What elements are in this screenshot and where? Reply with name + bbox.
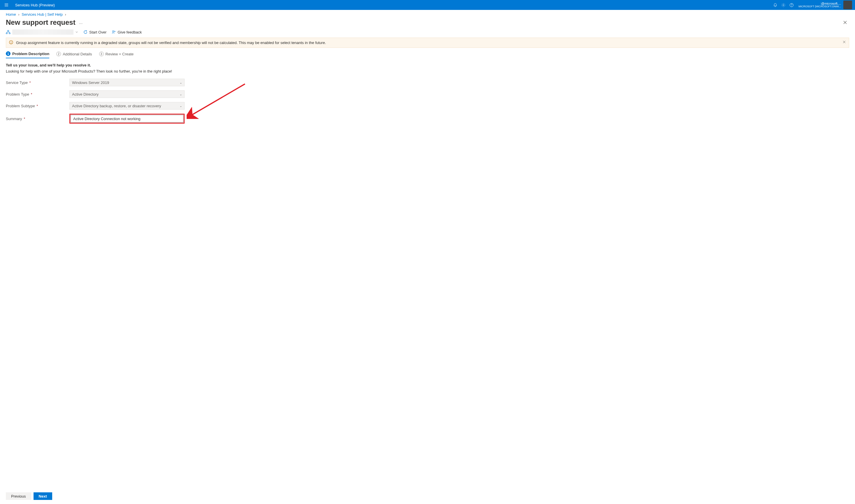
tab-problem-description[interactable]: 1 Problem Description (6, 51, 49, 58)
tab-additional-details[interactable]: 2 Additional Details (56, 51, 92, 58)
tab-label: Problem Description (12, 52, 49, 56)
hierarchy-value-redacted (12, 30, 73, 35)
breadcrumb: Home › Services Hub | Self Help › (0, 10, 855, 17)
app-title: Services Hub (Preview) (15, 3, 55, 7)
crumb-services-hub[interactable]: Services Hub | Self Help (22, 12, 63, 17)
service-type-dropdown[interactable]: Windows Server 2019 ⌄ (69, 79, 184, 86)
help-icon[interactable] (787, 3, 796, 7)
row-summary: Summary * (6, 114, 849, 124)
tab-step-number: 3 (99, 52, 104, 56)
more-actions-button[interactable]: … (79, 20, 83, 25)
tab-step-number: 1 (6, 51, 11, 56)
problem-type-dropdown[interactable]: Active Directory ⌄ (69, 90, 184, 98)
menu-icon[interactable] (3, 3, 10, 7)
give-feedback-label: Give feedback (118, 30, 142, 34)
intro-subtext: Looking for help with one of your Micros… (6, 69, 849, 73)
svg-point-11 (112, 31, 114, 32)
label-problem-type: Problem Type (6, 92, 29, 96)
svg-rect-10 (9, 33, 10, 34)
problem-type-value: Active Directory (72, 92, 99, 96)
svg-point-3 (783, 4, 784, 5)
wizard-footer: Previous Next (0, 489, 855, 504)
svg-rect-9 (6, 33, 7, 34)
refresh-icon (84, 30, 88, 34)
chevron-right-icon: › (65, 12, 66, 17)
crumb-home[interactable]: Home (6, 12, 16, 17)
required-star: * (24, 116, 25, 121)
required-star: * (31, 92, 32, 96)
start-over-button[interactable]: Start Over (84, 30, 106, 34)
close-button[interactable] (841, 18, 849, 26)
global-header: Services Hub (Preview) :@microsoft.... M… (0, 0, 855, 10)
warning-text: Group assignment feature is currently ru… (16, 40, 326, 45)
page-title: New support request (6, 18, 75, 26)
settings-icon[interactable] (779, 3, 787, 7)
form-content: Tell us your issue, and we'll help you r… (0, 58, 855, 489)
tab-step-number: 2 (56, 52, 61, 56)
required-star: * (36, 104, 38, 108)
command-bar: Start Over Give feedback (0, 30, 855, 38)
label-service-type: Service Type (6, 80, 28, 85)
tab-label: Review + Create (106, 52, 133, 56)
wizard-tabs: 1 Problem Description 2 Additional Detai… (0, 50, 855, 58)
chevron-right-icon: › (18, 12, 19, 17)
previous-button[interactable]: Previous (6, 492, 31, 500)
tab-label: Additional Details (63, 52, 92, 56)
svg-line-17 (193, 84, 245, 114)
svg-point-5 (791, 6, 792, 6)
row-problem-subtype: Problem Subtype * Active Directory backu… (6, 102, 849, 110)
annotation-arrow (186, 81, 251, 119)
user-account[interactable]: :@microsoft.... MICROSOFT (MICROSOFT.ONM… (796, 1, 852, 9)
chevron-down-icon: ⌄ (180, 104, 182, 108)
chevron-down-icon: ⌄ (180, 81, 182, 84)
row-problem-type: Problem Type * Active Directory ⌄ (6, 90, 849, 98)
svg-rect-8 (7, 30, 9, 31)
warning-icon (9, 40, 13, 45)
chevron-down-icon: ⌄ (180, 93, 182, 96)
warning-close-button[interactable] (842, 40, 846, 44)
page-title-row: New support request … (0, 17, 855, 30)
service-type-value: Windows Server 2019 (72, 80, 109, 85)
next-button[interactable]: Next (34, 492, 52, 500)
give-feedback-button[interactable]: Give feedback (112, 30, 142, 34)
hierarchy-dropdown[interactable] (6, 30, 78, 35)
start-over-label: Start Over (89, 30, 106, 34)
summary-input[interactable] (71, 115, 183, 122)
problem-subtype-value: Active Directory backup, restore, or dis… (72, 104, 161, 108)
warning-banner: Group assignment feature is currently ru… (6, 38, 849, 48)
annotation-highlight-box (69, 114, 184, 124)
intro-heading: Tell us your issue, and we'll help you r… (6, 63, 849, 67)
row-service-type: Service Type * Windows Server 2019 ⌄ (6, 79, 849, 86)
required-star: * (30, 80, 31, 85)
label-problem-subtype: Problem Subtype (6, 104, 35, 108)
feedback-icon (112, 30, 116, 34)
avatar (843, 1, 852, 9)
label-summary: Summary (6, 116, 22, 121)
notifications-icon[interactable] (771, 3, 779, 7)
tab-review-create[interactable]: 3 Review + Create (99, 51, 133, 58)
problem-subtype-dropdown[interactable]: Active Directory backup, restore, or dis… (69, 102, 184, 110)
user-tenant: MICROSOFT (MICROSOFT.ONMI... (798, 5, 841, 8)
chevron-down-icon (75, 31, 78, 34)
